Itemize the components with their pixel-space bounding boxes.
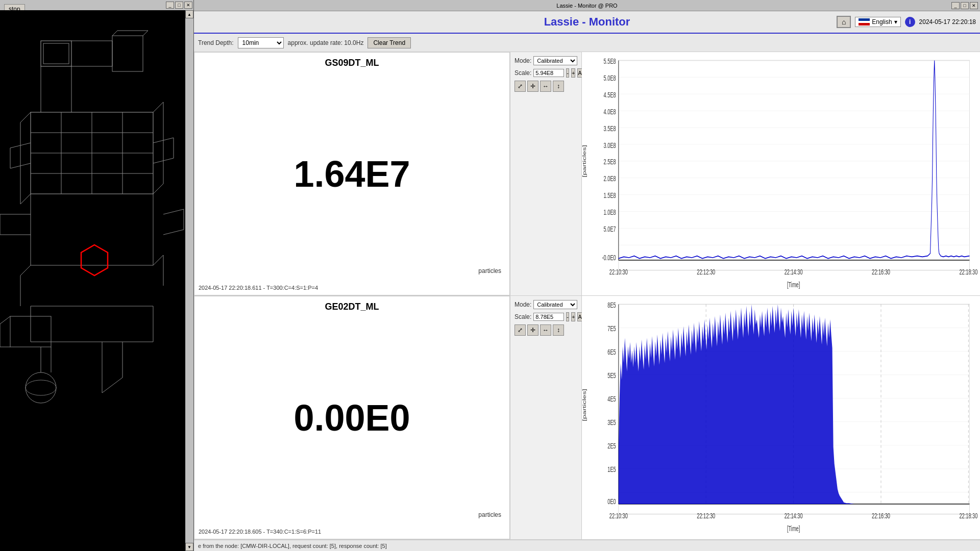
svg-text:5.0E7: 5.0E7 — [604, 225, 616, 234]
sensor1-stretch-h-icon[interactable]: ↔ — [540, 81, 551, 92]
chart-panels: 5.5E8 5.0E8 4.5E8 4.0E8 3.5E8 3.0E8 2.5E… — [582, 52, 980, 540]
svg-text:-0.0E0: -0.0E0 — [602, 254, 616, 262]
clear-trend-button[interactable]: Clear Trend — [368, 37, 411, 48]
left-close-btn[interactable]: ✕ — [184, 2, 192, 9]
svg-text:2E5: 2E5 — [607, 442, 616, 450]
left-scrollbar[interactable]: ▲ ▼ — [185, 10, 193, 551]
sensor1-timestamp: 2024-05-17 22:20:18.611 - T=300:C=4:S=1:… — [199, 285, 318, 291]
sensor1-expand-icon[interactable]: ⤢ — [514, 81, 526, 92]
sensor2-scale-plus[interactable]: + — [571, 312, 575, 321]
svg-text:0E0: 0E0 — [607, 497, 616, 506]
home-button[interactable]: ⌂ — [837, 16, 851, 28]
sensor2-expand-icon[interactable]: ⤢ — [514, 324, 526, 336]
svg-text:22:10:30: 22:10:30 — [609, 512, 628, 520]
svg-text:5.0E8: 5.0E8 — [604, 74, 616, 83]
svg-text:[particles]: [particles] — [582, 145, 587, 177]
sensor2-stretch-h-icon[interactable]: ↔ — [540, 324, 551, 336]
sensor1-scale-plus[interactable]: + — [571, 68, 575, 78]
sensor1-stretch-v-icon[interactable]: ↕ — [553, 81, 564, 92]
svg-text:1.0E8: 1.0E8 — [604, 208, 616, 217]
svg-text:2.5E8: 2.5E8 — [604, 158, 616, 166]
window-title-bar: Lassie - Monitor @ PRO _ □ ✕ — [194, 0, 980, 11]
language-label: English — [872, 18, 892, 26]
sensor1-move-icon[interactable]: ✛ — [527, 81, 538, 92]
building-3d-view — [0, 10, 186, 429]
svg-text:4.5E8: 4.5E8 — [604, 91, 616, 99]
update-rate-display: approx. update rate: 10.0Hz — [288, 39, 364, 46]
sensor1-value: 1.64E7 — [293, 153, 410, 195]
sensor2-name: GE02DT_ML — [194, 302, 509, 312]
status-message: e from the node: [CMW-DIR-LOCAL], reques… — [198, 543, 387, 549]
svg-text:22:10:30: 22:10:30 — [609, 268, 628, 277]
scroll-up-arrow[interactable]: ▲ — [185, 10, 193, 18]
sensor1-scale-minus[interactable]: - — [566, 68, 569, 78]
svg-text:1.5E8: 1.5E8 — [604, 191, 616, 200]
app-title: Lassie - Monitor — [544, 15, 630, 29]
sensor2-scale-label: Scale: — [514, 313, 531, 320]
language-selector[interactable]: English ▾ — [855, 17, 900, 27]
left-3d-panel: _ □ ✕ stop — [0, 0, 194, 551]
scroll-down-arrow[interactable]: ▼ — [185, 543, 193, 551]
svg-text:6E5: 6E5 — [607, 348, 616, 357]
toolbar: Trend Depth: 10min 1min 5min 30min 1h ap… — [194, 34, 980, 52]
window-minimize-btn[interactable]: _ — [951, 2, 960, 9]
lang-chevron-icon: ▾ — [894, 18, 897, 26]
svg-text:5.5E8: 5.5E8 — [604, 57, 616, 66]
left-maximize-btn[interactable]: □ — [175, 2, 183, 9]
svg-text:22:14:30: 22:14:30 — [785, 268, 803, 277]
sensor1-scale-input[interactable]: 5.94E8 — [533, 69, 564, 77]
svg-text:7E5: 7E5 — [607, 324, 616, 333]
sensor2-scale-minus[interactable]: - — [566, 312, 569, 321]
svg-text:3.5E8: 3.5E8 — [604, 124, 616, 133]
sensor1-scale-label: Scale: — [514, 69, 531, 77]
sensor2-mode-label: Mode: — [514, 301, 531, 308]
svg-text:8E5: 8E5 — [607, 301, 616, 310]
left-minimize-btn[interactable]: _ — [166, 2, 174, 9]
sensor2-value: 0.00E0 — [293, 397, 410, 439]
sensor1-name: GS09DT_ML — [194, 58, 509, 68]
window-close-btn[interactable]: ✕ — [970, 2, 978, 9]
svg-text:4E5: 4E5 — [607, 395, 616, 404]
chart2-panel: 8E5 7E5 6E5 5E5 4E5 3E5 2E5 1E5 0E0 [par… — [582, 296, 980, 540]
chart1-panel: 5.5E8 5.0E8 4.5E8 4.0E8 3.5E8 3.0E8 2.5E… — [582, 52, 980, 296]
svg-text:[Time]: [Time] — [787, 524, 800, 533]
datetime-display: 2024-05-17 22:20:18 — [919, 18, 976, 26]
svg-text:22:12:30: 22:12:30 — [697, 268, 715, 277]
svg-text:1E5: 1E5 — [607, 465, 616, 474]
sensor2-timestamp: 2024-05-17 22:20:18.605 - T=340:C=1:S=6:… — [199, 529, 321, 535]
app-title-bar: Lassie - Monitor ⌂ English ▾ i 2024-05-1… — [194, 11, 980, 34]
trend-depth-select[interactable]: 10min 1min 5min 30min 1h — [238, 37, 284, 48]
svg-text:3E5: 3E5 — [607, 418, 616, 427]
sensor2-display: GE02DT_ML 0.00E0 particles 2024-05-17 22… — [194, 296, 510, 539]
sensor2-move-icon[interactable]: ✛ — [527, 324, 538, 336]
svg-text:3.0E8: 3.0E8 — [604, 141, 616, 149]
sensor2-mode-select[interactable]: Calibrated Raw — [533, 300, 577, 309]
sensor1-mode-select[interactable]: Calibrated Raw — [533, 56, 577, 65]
content-area: GS09DT_ML 1.64E7 particles 2024-05-17 22… — [194, 52, 980, 540]
sensor-panels: GS09DT_ML 1.64E7 particles 2024-05-17 22… — [194, 52, 582, 540]
sensor2-controls: Mode: Calibrated Raw Scale: 8.78E5 - + A — [510, 296, 581, 539]
sensor2-stretch-v-icon[interactable]: ↕ — [553, 324, 564, 336]
sensor1-panel: GS09DT_ML 1.64E7 particles 2024-05-17 22… — [194, 52, 581, 296]
sensor1-unit: particles — [478, 267, 501, 274]
svg-rect-62 — [619, 60, 970, 270]
status-bar: e from the node: [CMW-DIR-LOCAL], reques… — [194, 540, 980, 551]
svg-text:22:16:30: 22:16:30 — [872, 512, 890, 520]
chart1-svg: 5.5E8 5.0E8 4.5E8 4.0E8 3.5E8 3.0E8 2.5E… — [582, 52, 980, 295]
svg-text:2.0E8: 2.0E8 — [604, 174, 616, 183]
svg-rect-0 — [0, 10, 186, 429]
svg-text:4.0E8: 4.0E8 — [604, 108, 616, 116]
window-title: Lassie - Monitor @ PRO — [556, 3, 617, 9]
main-panel: Lassie - Monitor @ PRO _ □ ✕ Lassie - Mo… — [194, 0, 980, 551]
flag-icon — [859, 18, 870, 26]
svg-text:22:18:30: 22:18:30 — [959, 512, 977, 520]
svg-text:5E5: 5E5 — [607, 371, 616, 380]
svg-text:[Time]: [Time] — [787, 280, 800, 289]
svg-text:22:18:30: 22:18:30 — [959, 268, 977, 277]
sensor1-controls: Mode: Calibrated Raw Scale: 5.94E8 - + A — [510, 52, 581, 295]
info-button[interactable]: i — [905, 17, 915, 27]
window-maximize-btn[interactable]: □ — [961, 2, 969, 9]
svg-text:22:16:30: 22:16:30 — [872, 268, 890, 277]
sensor2-scale-input[interactable]: 8.78E5 — [533, 313, 564, 321]
sensor1-display: GS09DT_ML 1.64E7 particles 2024-05-17 22… — [194, 52, 510, 295]
